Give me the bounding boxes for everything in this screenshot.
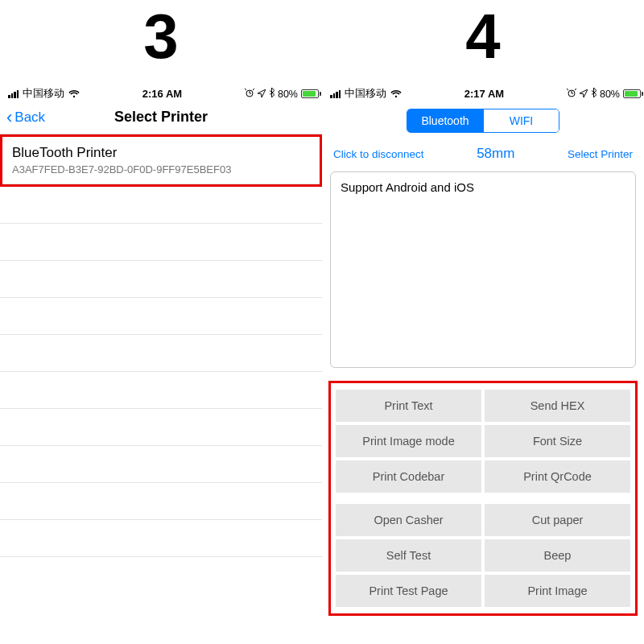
print-test-page-button[interactable]: Print Test Page <box>336 575 481 607</box>
battery-icon <box>301 89 314 98</box>
print-codebar-button[interactable]: Print Codebar <box>336 460 481 493</box>
list-item <box>0 520 322 557</box>
list-item <box>0 224 322 261</box>
list-item <box>0 409 322 446</box>
send-hex-button[interactable]: Send HEX <box>485 390 630 422</box>
self-test-button[interactable]: Self Test <box>336 539 481 572</box>
bluetooth-icon <box>591 88 597 100</box>
list-item <box>0 298 322 335</box>
location-icon <box>580 89 588 100</box>
alarm-icon <box>567 88 576 100</box>
disconnect-link[interactable]: Click to disconnect <box>333 148 424 160</box>
alarm-icon <box>245 88 254 100</box>
back-button[interactable]: ‹ Back <box>6 109 45 126</box>
carrier-label: 中国移动 <box>345 87 386 101</box>
screenshot-4: 4 中国移动 2:17 AM 80% <box>322 0 644 622</box>
select-printer-link[interactable]: Select Printer <box>568 148 633 160</box>
print-qrcode-button[interactable]: Print QrCode <box>485 460 630 493</box>
link-row: Click to disconnect 58mm Select Printer <box>322 139 644 168</box>
battery-icon <box>623 89 636 98</box>
wifi-icon <box>390 90 402 98</box>
printer-name: BlueTooth Printer <box>12 145 310 161</box>
screenshot-3: 3 中国移动 2:16 AM 80% <box>0 0 322 622</box>
highlight-box: Print Text Send HEX Print Image mode Fon… <box>328 381 638 616</box>
print-text-button[interactable]: Print Text <box>336 390 481 422</box>
font-size-button[interactable]: Font Size <box>485 425 630 457</box>
signal-icon <box>330 90 341 98</box>
list-item <box>0 261 322 298</box>
battery-pct: 80% <box>600 89 620 100</box>
cut-paper-button[interactable]: Cut paper <box>485 504 630 536</box>
printer-list: BlueTooth Printer A3AF7FED-B3E7-92BD-0F0… <box>0 134 322 557</box>
clock: 2:17 AM <box>464 88 504 100</box>
seg-wifi[interactable]: WIFI <box>483 109 559 132</box>
label-4: 4 <box>322 0 644 84</box>
label-3: 3 <box>0 0 322 84</box>
highlight-box: BlueTooth Printer A3AF7FED-B3E7-92BD-0F0… <box>0 134 322 187</box>
print-image-button[interactable]: Print Image <box>485 575 630 607</box>
bluetooth-icon <box>269 88 275 100</box>
beep-button[interactable]: Beep <box>485 539 630 572</box>
printer-row[interactable]: BlueTooth Printer A3AF7FED-B3E7-92BD-0F0… <box>2 137 320 184</box>
text-input[interactable]: Support Android and iOS <box>330 171 636 368</box>
segmented-control: Bluetooth WIFI <box>322 102 644 139</box>
status-bar: 中国移动 2:16 AM 80% <box>0 84 322 102</box>
location-icon <box>258 89 266 100</box>
list-item <box>0 372 322 409</box>
open-casher-button[interactable]: Open Casher <box>336 504 481 536</box>
list-item <box>0 335 322 372</box>
carrier-label: 中国移动 <box>23 87 64 101</box>
list-item <box>0 446 322 483</box>
seg-bluetooth[interactable]: Bluetooth <box>407 109 483 132</box>
battery-pct: 80% <box>278 89 298 100</box>
print-image-mode-button[interactable]: Print Image mode <box>336 425 481 457</box>
paper-size-link[interactable]: 58mm <box>477 146 514 162</box>
page-title: Select Printer <box>114 109 208 126</box>
status-bar: 中国移动 2:17 AM 80% <box>322 84 644 102</box>
clock: 2:16 AM <box>142 88 182 100</box>
list-item <box>0 483 322 520</box>
wifi-icon <box>68 90 80 98</box>
printer-uuid: A3AF7FED-B3E7-92BD-0F0D-9FF97E5BEF03 <box>12 163 310 175</box>
back-label: Back <box>14 109 45 126</box>
action-grid: Print Text Send HEX Print Image mode Fon… <box>336 390 630 607</box>
nav-bar: ‹ Back Select Printer <box>0 102 322 134</box>
signal-icon <box>8 90 19 98</box>
list-item <box>0 187 322 224</box>
